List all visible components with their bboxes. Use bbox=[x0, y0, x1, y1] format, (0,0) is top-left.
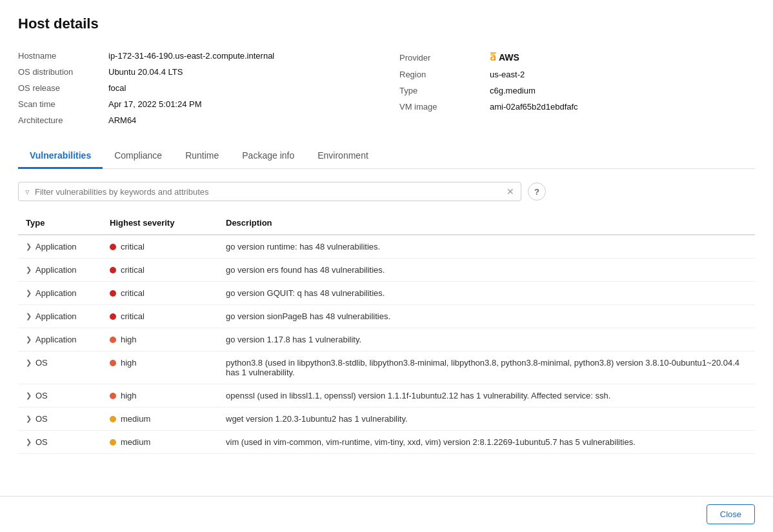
severity-dot bbox=[110, 360, 116, 366]
table-row[interactable]: ❯ OS medium wget version 1.20.3-1ubuntu2… bbox=[18, 408, 755, 431]
type-row: Type c6g.medium bbox=[399, 83, 755, 99]
table-row[interactable]: ❯ OS high python3.8 (used in libpython3.… bbox=[18, 351, 755, 384]
severity-label: high bbox=[121, 335, 137, 344]
col-header-type: Type bbox=[18, 212, 102, 235]
row-description: go version sionPageB has 48 vulnerabilit… bbox=[218, 305, 755, 328]
row-expand-chevron[interactable]: ❯ bbox=[26, 438, 32, 446]
filter-icon: ▿ bbox=[25, 187, 30, 197]
type-label: Type bbox=[399, 86, 490, 95]
row-description: python3.8 (used in libpython3.8-stdlib, … bbox=[218, 351, 755, 384]
close-button[interactable]: Close bbox=[707, 504, 755, 524]
filter-box[interactable]: ▿ ✕ bbox=[18, 182, 521, 201]
severity-label: critical bbox=[121, 242, 145, 251]
severity-dot bbox=[110, 244, 116, 250]
table-row[interactable]: ❯ Application high go version 1.17.8 has… bbox=[18, 328, 755, 351]
severity-label: critical bbox=[121, 265, 145, 275]
severity-dot bbox=[110, 290, 116, 297]
row-description: go version runtime: has 48 vulnerabiliti… bbox=[218, 235, 755, 259]
row-type: Application bbox=[35, 288, 77, 298]
provider-label: Provider bbox=[399, 53, 490, 63]
filter-clear-icon[interactable]: ✕ bbox=[507, 186, 514, 197]
row-expand-chevron[interactable]: ❯ bbox=[26, 359, 32, 367]
row-description: go version ers found has 48 vulnerabilit… bbox=[218, 259, 755, 282]
severity-dot bbox=[110, 393, 116, 399]
hostname-label: Hostname bbox=[18, 51, 108, 61]
region-label: Region bbox=[399, 70, 490, 79]
row-description: wget version 1.20.3-1ubuntu2 has 1 vulne… bbox=[218, 408, 755, 431]
row-type: OS bbox=[35, 391, 48, 400]
col-header-severity: Highest severity bbox=[102, 212, 218, 235]
architecture-label: Architecture bbox=[18, 115, 108, 125]
scan-time-label: Scan time bbox=[18, 99, 108, 109]
table-row[interactable]: ❯ OS high openssl (used in libssl1.1, op… bbox=[18, 384, 755, 408]
tab-compliance[interactable]: Compliance bbox=[103, 144, 174, 169]
row-type: OS bbox=[35, 358, 48, 368]
severity-dot bbox=[110, 439, 116, 446]
row-type: Application bbox=[35, 335, 77, 344]
severity-label: critical bbox=[121, 311, 145, 321]
row-expand-chevron[interactable]: ❯ bbox=[26, 266, 32, 274]
os-release-value: focal bbox=[108, 83, 126, 93]
search-input[interactable] bbox=[35, 187, 504, 197]
severity-label: medium bbox=[121, 437, 150, 447]
provider-row: Provider a̅ AWS bbox=[399, 48, 755, 66]
page-title: Host details bbox=[18, 15, 755, 32]
tab-vulnerabilities[interactable]: Vulnerabilities bbox=[18, 144, 103, 169]
row-description: vim (used in vim-common, vim-runtime, vi… bbox=[218, 431, 755, 454]
region-row: Region us-east-2 bbox=[399, 66, 755, 83]
table-row[interactable]: ❯ Application critical go version ers fo… bbox=[18, 259, 755, 282]
host-info-grid: Hostname ip-172-31-46-190.us-east-2.comp… bbox=[18, 48, 755, 128]
row-expand-chevron[interactable]: ❯ bbox=[26, 391, 32, 400]
row-description: go version 1.17.8 has 1 vulnerability. bbox=[218, 328, 755, 351]
severity-label: medium bbox=[121, 414, 150, 424]
row-expand-chevron[interactable]: ❯ bbox=[26, 289, 32, 297]
table-row[interactable]: ❯ Application critical go version GQUIT:… bbox=[18, 282, 755, 305]
provider-value: a̅ AWS bbox=[490, 51, 519, 63]
severity-label: high bbox=[121, 358, 137, 368]
row-type: Application bbox=[35, 265, 77, 275]
col-header-description: Description bbox=[218, 212, 755, 235]
table-row[interactable]: ❯ OS medium vim (used in vim-common, vim… bbox=[18, 431, 755, 454]
architecture-value: ARM64 bbox=[108, 115, 136, 125]
vm-image-label: VM image bbox=[399, 102, 490, 112]
type-value: c6g.medium bbox=[490, 86, 536, 95]
scan-time-row: Scan time Apr 17, 2022 5:01:24 PM bbox=[18, 96, 374, 112]
hostname-row: Hostname ip-172-31-46-190.us-east-2.comp… bbox=[18, 48, 374, 64]
row-expand-chevron[interactable]: ❯ bbox=[26, 312, 32, 320]
filter-row: ▿ ✕ ? bbox=[18, 182, 755, 201]
severity-label: high bbox=[121, 391, 137, 400]
row-expand-chevron[interactable]: ❯ bbox=[26, 415, 32, 423]
row-type: Application bbox=[35, 242, 77, 251]
row-type: Application bbox=[35, 311, 77, 321]
os-release-label: OS release bbox=[18, 83, 108, 93]
row-expand-chevron[interactable]: ❯ bbox=[26, 335, 32, 344]
os-release-row: OS release focal bbox=[18, 80, 374, 96]
tab-package-info[interactable]: Package info bbox=[230, 144, 306, 169]
help-button[interactable]: ? bbox=[528, 182, 546, 201]
aws-icon: a̅ bbox=[490, 51, 496, 63]
row-description: openssl (used in libssl1.1, openssl) ver… bbox=[218, 384, 755, 408]
vm-image-row: VM image ami-02af65b2d1ebdfafc bbox=[399, 99, 755, 115]
severity-dot bbox=[110, 337, 116, 343]
row-description: go version GQUIT: q has 48 vulnerabiliti… bbox=[218, 282, 755, 305]
bottom-bar: Close bbox=[0, 496, 773, 532]
row-type: OS bbox=[35, 414, 48, 424]
row-expand-chevron[interactable]: ❯ bbox=[26, 242, 32, 251]
os-dist-label: OS distribution bbox=[18, 67, 108, 77]
severity-label: critical bbox=[121, 288, 145, 298]
table-row[interactable]: ❯ Application critical go version sionPa… bbox=[18, 305, 755, 328]
hostname-value: ip-172-31-46-190.us-east-2.compute.inter… bbox=[108, 51, 274, 61]
scan-time-value: Apr 17, 2022 5:01:24 PM bbox=[108, 99, 202, 109]
vulnerabilities-table-wrapper: Type Highest severity Description ❯ Appl… bbox=[18, 212, 755, 454]
region-value: us-east-2 bbox=[490, 70, 525, 79]
tab-environment[interactable]: Environment bbox=[306, 144, 380, 169]
architecture-row: Architecture ARM64 bbox=[18, 112, 374, 128]
table-header-row: Type Highest severity Description bbox=[18, 212, 755, 235]
os-dist-value: Ubuntu 20.04.4 LTS bbox=[108, 67, 183, 77]
table-row[interactable]: ❯ Application critical go version runtim… bbox=[18, 235, 755, 259]
vm-image-value: ami-02af65b2d1ebdfafc bbox=[490, 102, 578, 112]
tab-runtime[interactable]: Runtime bbox=[174, 144, 230, 169]
severity-dot bbox=[110, 313, 116, 320]
row-type: OS bbox=[35, 437, 48, 447]
tabs-list: Vulnerabilities Compliance Runtime Packa… bbox=[18, 144, 755, 168]
